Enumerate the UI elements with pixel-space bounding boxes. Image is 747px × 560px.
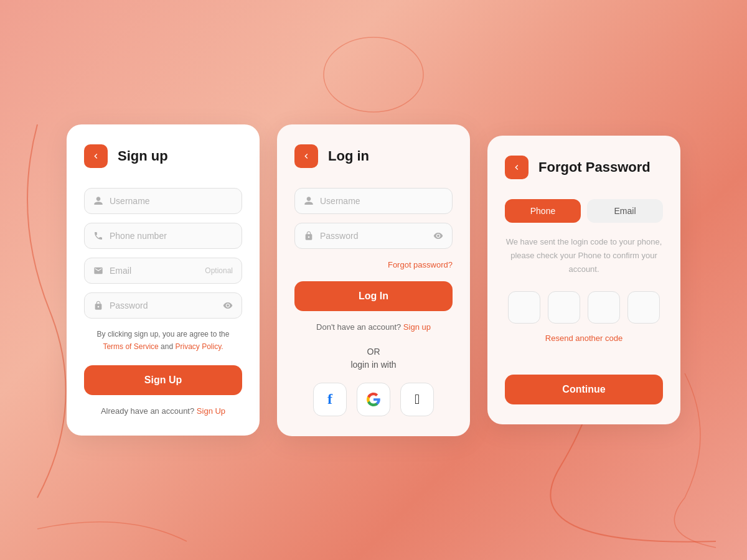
forgot-title: Forgot Password — [538, 159, 651, 175]
already-account-text: Already have an account? Sign Up — [84, 406, 242, 416]
username-input[interactable] — [110, 196, 233, 206]
forgot-back-button[interactable] — [505, 156, 529, 179]
signin-link[interactable]: Sign Up — [197, 406, 225, 416]
login-password-input[interactable] — [320, 231, 427, 241]
lock-icon — [93, 301, 103, 310]
resend-link-wrapper: Resend another code — [505, 332, 663, 343]
signup-back-button[interactable] — [84, 144, 108, 168]
continue-button[interactable]: Continue — [505, 375, 663, 404]
phone-icon — [93, 231, 103, 241]
phone-tab[interactable]: Phone — [505, 199, 581, 223]
resend-code-link[interactable]: Resend another code — [545, 334, 622, 343]
code-input-1[interactable] — [508, 291, 540, 324]
forgot-password-link[interactable]: Forgot password? — [388, 260, 453, 269]
code-input-4[interactable] — [627, 291, 660, 324]
forgot-password-link-wrapper: Forgot password? — [294, 259, 453, 270]
login-username-input[interactable] — [320, 196, 443, 206]
privacy-link[interactable]: Privacy Policy. — [175, 342, 223, 351]
google-login-button[interactable] — [357, 383, 390, 416]
login-button[interactable]: Log In — [294, 281, 453, 311]
login-username-wrapper — [294, 188, 453, 214]
code-input-2[interactable] — [548, 291, 580, 324]
username-input-wrapper — [84, 188, 242, 214]
apple-login-button[interactable]:  — [400, 383, 434, 416]
signup-password-input[interactable] — [110, 301, 217, 310]
social-login-row: f  — [294, 383, 453, 416]
or-divider: OR login in with — [294, 345, 453, 371]
signup-input-group: Optional — [84, 188, 242, 319]
email-input[interactable] — [110, 266, 199, 276]
email-tab[interactable]: Email — [587, 199, 663, 223]
forgot-tab-row: Phone Email — [505, 199, 663, 223]
login-card-header: Log in — [294, 144, 453, 168]
svg-point-0 — [324, 37, 423, 112]
signup-title: Sign up — [118, 148, 168, 164]
code-input-3[interactable] — [588, 291, 620, 324]
verification-info-text: We have sent the login code to your phon… — [505, 235, 663, 276]
phone-input-wrapper — [84, 223, 242, 249]
terms-link[interactable]: Terms of Service — [103, 342, 158, 351]
phone-input[interactable] — [110, 231, 233, 241]
login-title: Log in — [328, 148, 369, 164]
password-input-wrapper — [84, 292, 242, 319]
terms-text: By clicking sign up, you are agree to th… — [84, 329, 242, 352]
eye-icon[interactable] — [223, 301, 233, 310]
forgot-password-card: Forgot Password Phone Email We have sent… — [487, 136, 680, 424]
signup-card-header: Sign up — [84, 144, 242, 168]
no-account-text: Don't have an account? Sign up — [294, 322, 453, 332]
forgot-card-header: Forgot Password — [505, 156, 663, 179]
code-input-row — [505, 291, 663, 324]
login-card: Log in Forgot password? Log In Don't hav… — [277, 124, 470, 436]
facebook-login-button[interactable]: f — [313, 383, 347, 416]
email-optional-label: Optional — [205, 266, 233, 275]
login-signup-link[interactable]: Sign up — [403, 322, 431, 332]
login-password-wrapper — [294, 223, 453, 249]
user-icon — [93, 196, 103, 206]
login-eye-icon[interactable] — [433, 231, 443, 241]
email-icon — [93, 266, 103, 276]
login-lock-icon — [304, 231, 314, 241]
login-input-group — [294, 188, 453, 249]
login-back-button[interactable] — [294, 144, 318, 168]
email-input-wrapper: Optional — [84, 258, 242, 284]
login-user-icon — [304, 196, 314, 206]
signup-button[interactable]: Sign Up — [84, 365, 242, 395]
signup-card: Sign up Optional — [67, 124, 260, 435]
